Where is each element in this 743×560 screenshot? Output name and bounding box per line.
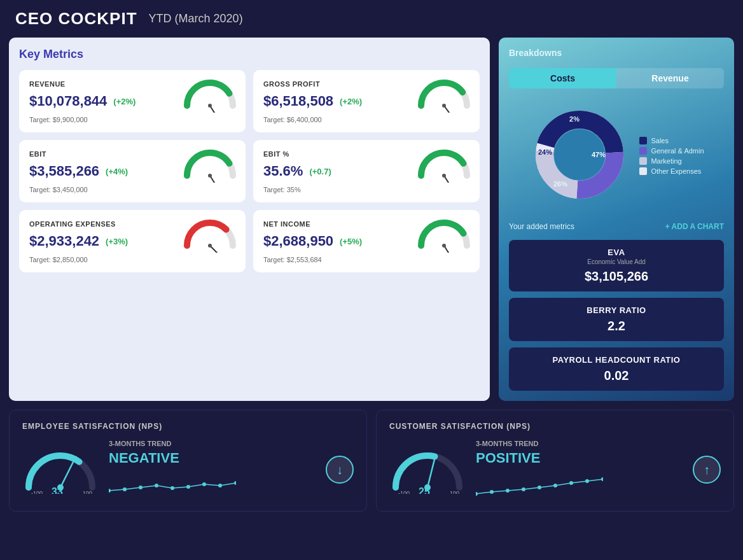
metric-card-operating_expenses: OPERATING EXPENSES $2,933,242 (+3%) Targ…: [19, 210, 246, 272]
key-metrics-panel: Key Metrics REVENUE $10,078,844 (+2%) Ta…: [9, 38, 490, 401]
donut-legend: Sales General & Admin Marketing Other Ex…: [639, 137, 704, 175]
svg-text:2%: 2%: [569, 115, 580, 123]
svg-point-9: [208, 244, 212, 248]
svg-text:100: 100: [450, 490, 459, 494]
donut-chart: 47% 26% 24% 2%: [529, 104, 630, 208]
tab-costs[interactable]: Costs: [509, 68, 616, 88]
metric-card-ebit_pct: EBIT % 35.6% (+0.7) Target: 35%: [253, 140, 480, 202]
svg-point-5: [208, 174, 212, 178]
svg-point-29: [139, 486, 142, 489]
metric-change-operating_expenses: (+3%): [106, 237, 128, 246]
customer-trend-area: 3-MONTHS TREND POSITIVE: [476, 440, 683, 500]
metric-card-net_income: NET INCOME $2,688,950 (+5%) Target: $2,5…: [253, 210, 480, 272]
metric-change-gross_profit: (+2%): [340, 97, 362, 106]
svg-point-47: [569, 481, 573, 485]
added-metrics-row: Your added metrics + ADD A CHART: [509, 220, 724, 234]
svg-text:33: 33: [52, 486, 63, 494]
employee-trend-label: 3-MONTHS TREND: [109, 440, 171, 447]
svg-point-31: [170, 486, 174, 490]
svg-point-7: [442, 174, 446, 178]
breakdowns-title: Breakdowns: [509, 48, 724, 58]
tab-revenue[interactable]: Revenue: [616, 68, 724, 88]
add-chart-button[interactable]: + ADD A CHART: [665, 222, 724, 231]
svg-text:25: 25: [419, 486, 430, 494]
gauge-ebit_pct: [416, 148, 472, 185]
page-title: CEO COCKPIT: [15, 9, 137, 29]
legend-item-marketing: Marketing: [639, 157, 704, 165]
svg-point-1: [208, 104, 212, 108]
legend-item-other: Other Expenses: [639, 167, 704, 175]
svg-text:-100: -100: [31, 490, 43, 494]
metric-value-ebit: $3,585,266: [29, 163, 99, 179]
employee-sparkline: [109, 472, 316, 500]
svg-text:26%: 26%: [553, 180, 567, 188]
metric-value-gross_profit: $6,518,508: [263, 93, 333, 109]
svg-text:100: 100: [83, 490, 92, 494]
metric-change-revenue: (+2%): [113, 97, 135, 106]
svg-point-3: [442, 104, 446, 108]
metric-target-operating_expenses: Target: $2,850,000: [29, 256, 235, 263]
svg-text:24%: 24%: [538, 148, 552, 156]
tabs-row: Costs Revenue: [509, 68, 724, 88]
payroll-headcount-label: PAYROLL HEADCOUNT RATIO: [515, 355, 718, 365]
eva-value: $3,105,266: [515, 269, 718, 284]
svg-point-48: [585, 479, 589, 483]
legend-dot-marketing: [639, 157, 647, 165]
svg-text:-100: -100: [398, 490, 410, 494]
svg-point-35: [234, 481, 236, 485]
svg-line-36: [427, 457, 435, 487]
svg-point-45: [538, 486, 541, 489]
gauge-gross_profit: [416, 78, 472, 115]
employee-satisfaction-panel: EMPLOYEE SATISFACTION (NPS) -100 33 100 …: [9, 410, 367, 512]
metric-value-net_income: $2,688,950: [263, 233, 333, 249]
employee-trend-arrow[interactable]: ↓: [326, 456, 354, 484]
customer-trend-value: POSITIVE: [476, 450, 540, 466]
metric-target-gross_profit: Target: $6,400,000: [263, 116, 469, 123]
eva-sublabel: Economic Value Add: [515, 258, 718, 265]
metric-target-revenue: Target: $9,900,000: [29, 116, 235, 123]
section-title: Key Metrics: [19, 48, 480, 61]
customer-satisfaction-panel: CUSTOMER SATISFACTION (NPS) -100 25 100 …: [376, 410, 734, 512]
metric-target-ebit_pct: Target: 35%: [263, 186, 469, 193]
customer-trend-label: 3-MONTHS TREND: [476, 440, 538, 447]
breakdowns-panel: Breakdowns Costs Revenue: [499, 38, 734, 401]
svg-line-22: [60, 462, 73, 487]
svg-point-32: [186, 485, 190, 489]
eva-label: EVA: [515, 248, 718, 257]
svg-point-34: [218, 484, 222, 487]
employee-satisfaction-content: -100 33 100 3-MONTHS TREND NEGATIVE: [22, 440, 354, 500]
svg-point-41: [476, 492, 478, 496]
metric-change-ebit: (+4%): [106, 167, 128, 176]
svg-point-46: [553, 484, 557, 487]
svg-point-30: [155, 484, 158, 487]
payroll-headcount-tile: PAYROLL HEADCOUNT RATIO 0.02: [509, 347, 724, 391]
svg-text:47%: 47%: [592, 151, 606, 158]
svg-point-27: [109, 489, 111, 493]
legend-item-sales: Sales: [639, 137, 704, 144]
employee-gauge: -100 33 100: [22, 443, 99, 496]
metric-change-net_income: (+5%): [340, 237, 362, 246]
svg-point-42: [490, 490, 494, 494]
legend-dot-other: [639, 167, 647, 175]
berry-ratio-tile: BERRY RATIO 2.2: [509, 298, 724, 341]
metric-value-operating_expenses: $2,933,242: [29, 233, 99, 249]
legend-dot-sales: [639, 137, 647, 144]
gauge-ebit: [182, 148, 238, 185]
employee-satisfaction-title: EMPLOYEE SATISFACTION (NPS): [22, 422, 354, 431]
svg-point-44: [522, 487, 525, 491]
metric-change-ebit_pct: (+0.7): [309, 167, 331, 176]
metric-card-ebit: EBIT $3,585,266 (+4%) Target: $3,450,000: [19, 140, 246, 202]
gauge-net_income: [416, 218, 472, 255]
customer-satisfaction-title: CUSTOMER SATISFACTION (NPS): [389, 422, 721, 431]
svg-point-49: [601, 477, 603, 481]
customer-trend-arrow[interactable]: ↑: [693, 456, 721, 484]
svg-point-43: [506, 489, 510, 493]
gauge-operating_expenses: [182, 218, 238, 255]
bottom-area: EMPLOYEE SATISFACTION (NPS) -100 33 100 …: [0, 410, 743, 521]
legend-dot-general: [639, 147, 647, 155]
metric-target-ebit: Target: $3,450,000: [29, 186, 235, 193]
metric-card-gross_profit: GROSS PROFIT $6,518,508 (+2%) Target: $6…: [253, 70, 480, 132]
berry-ratio-label: BERRY RATIO: [515, 305, 718, 315]
metric-value-ebit_pct: 35.6%: [263, 163, 303, 179]
employee-trend-value: NEGATIVE: [109, 450, 179, 466]
